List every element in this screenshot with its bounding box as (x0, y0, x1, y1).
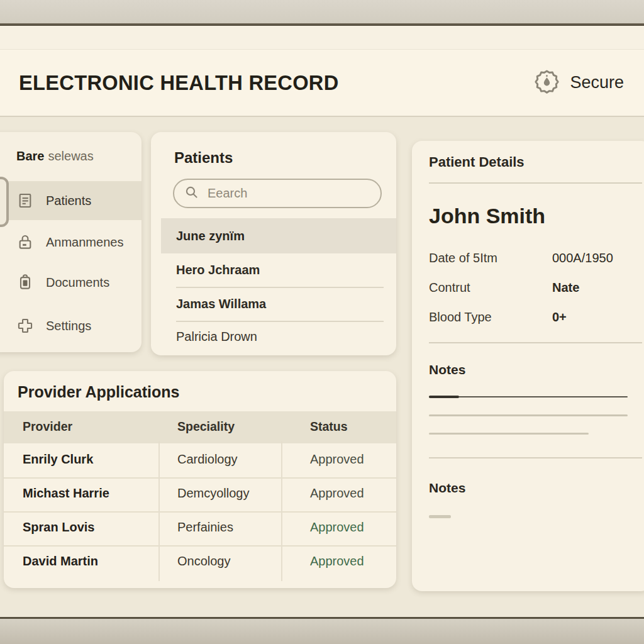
patients-panel: Patients June zynïm Hero Jchraam Jamas W… (151, 132, 396, 355)
outer-top-band (0, 0, 644, 23)
column-divider (281, 441, 282, 581)
content-top-strip (0, 26, 644, 49)
ehr-app-window: ELECTRONIC HEALTH RECORD Secure Baresele… (0, 0, 644, 644)
speciality-cell: Cardiology (177, 452, 238, 467)
patient-details-title: Patient Details (429, 154, 525, 170)
field-label: Blood Type (429, 310, 492, 325)
status-badge: Approved (310, 554, 364, 569)
status-badge: Approved (310, 520, 364, 535)
secure-label: Secure (570, 73, 624, 92)
app-title: ELECTRONIC HEALTH RECORD (19, 70, 339, 95)
patient-details-panel: Patient Details John Smith Date of 5Itm … (412, 141, 644, 591)
notes-placeholder-dash (429, 515, 451, 518)
app-header: ELECTRONIC HEALTH RECORD Secure (0, 49, 644, 117)
patient-name: John Smith (429, 204, 545, 228)
column-divider (158, 441, 160, 581)
status-badge: Approved (310, 486, 364, 501)
sidebar-item-settings[interactable]: Settings (16, 315, 91, 336)
sidebar-item-patients[interactable]: Patients (16, 190, 91, 211)
field-value: 0+ (552, 310, 567, 325)
shield-badge-icon (532, 68, 562, 97)
notes-line-dark-segment (429, 396, 459, 398)
field-value: 000A/1950 (552, 251, 613, 265)
search-input[interactable] (206, 186, 360, 201)
sidebar-item-label: Anmanmenes (46, 235, 123, 250)
patient-list-item[interactable]: Palricia Drown (151, 321, 396, 352)
section-divider (429, 182, 642, 184)
provider-applications-title: Provider Applications (18, 383, 179, 401)
sidebar-item-label: Settings (46, 319, 91, 333)
provider-cell: David Martin (23, 554, 98, 569)
field-label: Date of 5Itm (429, 251, 497, 265)
table-row[interactable]: David Martin Oncology Approved (4, 545, 396, 579)
document-bag-icon (16, 274, 34, 291)
field-value: Nate (552, 280, 579, 295)
notes-placeholder-line (429, 433, 589, 435)
column-header-provider: Provider (23, 419, 72, 434)
section-divider (429, 342, 642, 343)
notes-heading: Notes (429, 480, 465, 496)
sidebar-item-documents[interactable]: Documents (16, 272, 109, 293)
sidebar-item-label: Documents (46, 275, 109, 290)
table-row[interactable]: Michast Harrie Demcyollogy Approved (4, 477, 396, 511)
field-label: Contrut (429, 280, 470, 295)
patients-list-icon (16, 192, 34, 209)
section-divider (429, 457, 642, 458)
table-row[interactable]: Enrily Clurk Cardiology Approved (4, 443, 396, 477)
provider-cell: Enrily Clurk (23, 452, 93, 467)
patient-search-box[interactable] (173, 179, 382, 208)
sidebar-item-anmanmenes[interactable]: Anmanmenes (16, 231, 123, 253)
speciality-cell: Demcyollogy (177, 486, 249, 501)
status-badge: Approved (310, 452, 364, 467)
patient-list-item[interactable]: Hero Jchraam (151, 253, 396, 287)
patient-list-item-selected[interactable]: June zynïm (161, 218, 396, 253)
sidebar-title: Bareselewas (16, 149, 94, 164)
notes-placeholder-line (429, 414, 628, 416)
table-row[interactable]: Spran Lovis Perfainies Approved (4, 511, 396, 545)
search-icon (184, 184, 200, 203)
sidebar-item-label: Patients (46, 194, 91, 208)
secure-badge: Secure (532, 68, 624, 97)
notes-heading: Notes (429, 362, 465, 377)
speciality-cell: Oncology (177, 554, 231, 569)
column-header-speciality: Speciality (177, 419, 235, 434)
patient-list-item[interactable]: Jamas Willama (151, 287, 396, 321)
table-header-row: Provider Speciality Status (4, 411, 396, 443)
provider-cell: Spran Lovis (23, 520, 94, 535)
outer-bottom-band (0, 619, 644, 644)
provider-applications-panel: Provider Applications Provider Specialit… (4, 371, 396, 588)
speciality-cell: Perfainies (177, 520, 233, 535)
plus-cross-icon (16, 317, 34, 335)
left-edge-partial-element (0, 177, 9, 227)
column-header-status: Status (310, 419, 348, 434)
sidebar-panel: Bareselewas Patients (0, 132, 142, 352)
lock-icon (16, 233, 34, 251)
patients-panel-title: Patients (174, 149, 233, 167)
provider-cell: Michast Harrie (23, 486, 109, 501)
